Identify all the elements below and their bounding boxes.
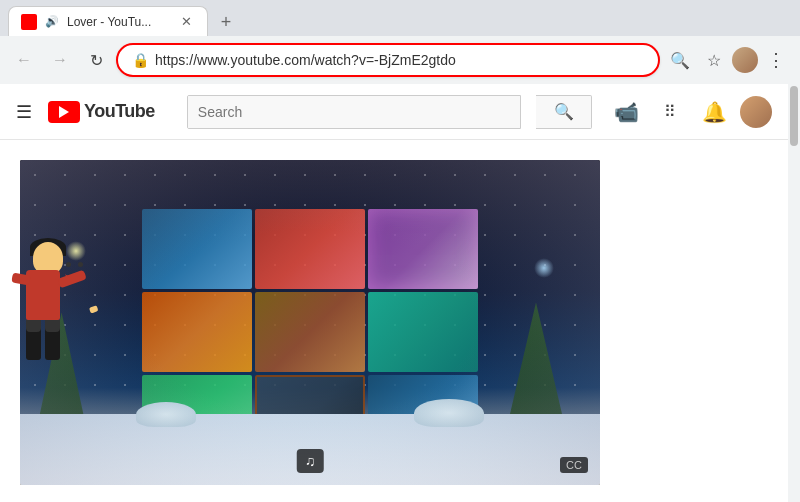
bookmark-button[interactable]: ☆ bbox=[698, 44, 730, 76]
refresh-button[interactable]: ↻ bbox=[80, 44, 112, 76]
yt-main: ♫ CC bbox=[0, 140, 788, 502]
forward-button[interactable]: → bbox=[44, 44, 76, 76]
address-bar[interactable]: 🔒 bbox=[116, 43, 660, 77]
mascot-body bbox=[8, 242, 88, 372]
char-arm-right bbox=[57, 270, 87, 289]
yt-play-triangle bbox=[59, 106, 69, 118]
address-bar-wrapper: 🔒 bbox=[116, 43, 660, 77]
char-eye-left bbox=[66, 262, 71, 267]
browser-frame: 🔊 Lover - YouTu... ✕ + ← → ↻ 🔒 🔍 ☆ ⋮ bbox=[0, 0, 800, 502]
yt-search-bar bbox=[187, 95, 521, 129]
youtube-page: ☰ YouTube 🔍 📹 ⠿ bbox=[0, 84, 788, 502]
yt-apps-button[interactable]: ⠿ bbox=[652, 94, 688, 130]
char-legs bbox=[26, 320, 60, 360]
yt-header-right: 📹 ⠿ 🔔 bbox=[608, 94, 772, 130]
active-tab[interactable]: 🔊 Lover - YouTu... ✕ bbox=[8, 6, 208, 36]
browser-profile-avatar[interactable] bbox=[732, 47, 758, 73]
tab-sound-icon: 🔊 bbox=[45, 15, 59, 28]
music-note-icon: ♫ bbox=[305, 453, 316, 469]
yt-logo-text: YouTube bbox=[84, 101, 155, 122]
yt-bell-icon: 🔔 bbox=[702, 100, 727, 124]
char-torso bbox=[26, 270, 60, 320]
yt-notifications-button[interactable]: 🔔 bbox=[696, 94, 732, 130]
back-button[interactable]: ← bbox=[8, 44, 40, 76]
tab-title: Lover - YouTu... bbox=[67, 15, 169, 29]
video-scene: ♫ CC bbox=[20, 160, 600, 485]
tab-bar: 🔊 Lover - YouTu... ✕ + bbox=[0, 0, 800, 36]
yt-upload-button[interactable]: 📹 bbox=[608, 94, 644, 130]
cc-label: CC bbox=[566, 459, 582, 471]
char-face bbox=[61, 254, 85, 268]
char-arm-left bbox=[11, 273, 30, 286]
music-note-badge: ♫ bbox=[297, 449, 324, 473]
new-tab-button[interactable]: + bbox=[212, 8, 240, 36]
yt-search-button[interactable]: 🔍 bbox=[536, 95, 592, 129]
yt-content: ♫ CC bbox=[0, 140, 788, 502]
browser-search-button[interactable]: 🔍 bbox=[664, 44, 696, 76]
video-thumbnail: ♫ CC bbox=[20, 160, 600, 485]
tab-favicon-icon bbox=[21, 14, 37, 30]
char-eye-right bbox=[78, 262, 83, 267]
scrollbar-track[interactable] bbox=[788, 84, 800, 502]
video-container[interactable]: ♫ CC bbox=[20, 160, 600, 485]
yt-upload-icon: 📹 bbox=[614, 100, 639, 124]
browser-body: ☰ YouTube 🔍 📹 ⠿ bbox=[0, 84, 800, 502]
yt-grid-icon: ⠿ bbox=[664, 102, 677, 121]
yt-hamburger-icon[interactable]: ☰ bbox=[16, 101, 32, 123]
char-shoe-left bbox=[26, 320, 41, 332]
snow-overlay bbox=[20, 160, 600, 485]
more-menu-button[interactable]: ⋮ bbox=[760, 44, 792, 76]
tab-close-button[interactable]: ✕ bbox=[177, 13, 195, 31]
yt-logo-icon bbox=[48, 101, 80, 123]
more-icon: ⋮ bbox=[767, 49, 785, 71]
address-bar-row: ← → ↻ 🔒 🔍 ☆ ⋮ bbox=[0, 36, 800, 84]
yt-logo[interactable]: YouTube bbox=[48, 101, 155, 123]
char-shoe-right bbox=[45, 320, 60, 332]
mascot-character bbox=[8, 242, 88, 372]
toolbar-right: 🔍 ☆ ⋮ bbox=[664, 44, 792, 76]
yt-user-avatar[interactable] bbox=[740, 96, 772, 128]
url-input[interactable] bbox=[155, 52, 644, 68]
yt-header: ☰ YouTube 🔍 📹 ⠿ bbox=[0, 84, 788, 140]
scrollbar-thumb[interactable] bbox=[790, 86, 798, 146]
yt-search-input[interactable] bbox=[188, 96, 520, 128]
lock-icon: 🔒 bbox=[132, 52, 149, 68]
cc-badge: CC bbox=[560, 457, 588, 473]
char-leg-right bbox=[45, 320, 60, 360]
char-leg-left bbox=[26, 320, 41, 360]
